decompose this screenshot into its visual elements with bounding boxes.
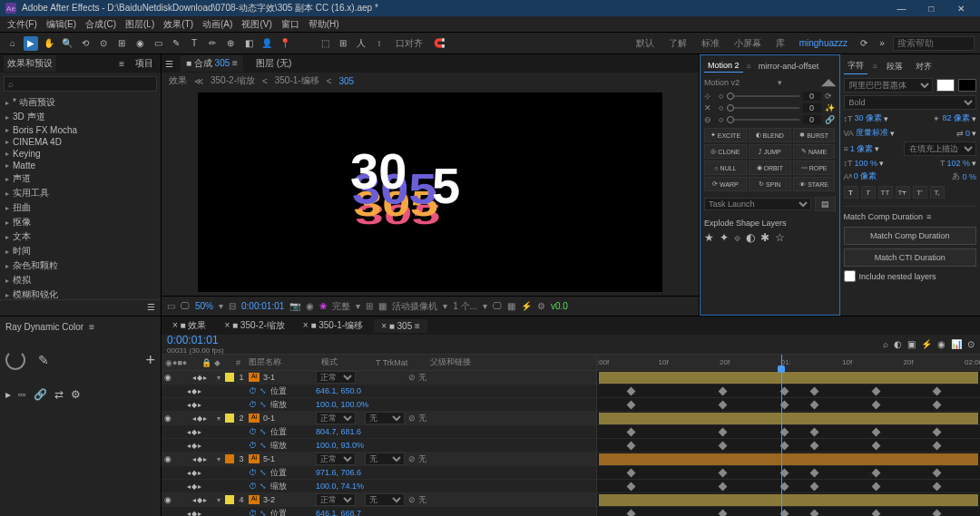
font-size-value[interactable]: 30 像素 bbox=[855, 112, 883, 124]
keyframe[interactable] bbox=[933, 482, 942, 492]
preset-item[interactable]: ▸抠像 bbox=[0, 215, 161, 229]
ease-icon[interactable]: ⤡ bbox=[260, 427, 267, 436]
tl-mb-icon[interactable]: ◉ bbox=[937, 339, 946, 349]
panel-options-icon[interactable]: ☰ bbox=[147, 302, 155, 314]
property-value[interactable]: 646.1, 650.0 bbox=[312, 386, 361, 395]
ease-icon[interactable]: ⤡ bbox=[260, 441, 267, 450]
next-kf[interactable]: ▸ bbox=[198, 401, 201, 409]
zoom-level[interactable]: 50% bbox=[195, 301, 213, 311]
preset-item[interactable]: ▸扭曲 bbox=[0, 200, 161, 215]
motion-btn-warp[interactable]: ⟳WARP bbox=[704, 177, 747, 191]
keyframe[interactable] bbox=[810, 387, 819, 396]
preset-item[interactable]: ▸模糊和锐化 bbox=[0, 287, 161, 299]
y-axis-icon[interactable]: ⊖ bbox=[704, 115, 715, 124]
twirl-icon[interactable]: ▾ bbox=[214, 455, 223, 463]
keyframe[interactable] bbox=[871, 482, 880, 492]
menu-help[interactable]: 帮助(H) bbox=[307, 18, 341, 31]
motion-btn-jump[interactable]: ⤴JUMP bbox=[749, 144, 791, 159]
explode-icon-3[interactable]: ⟐ bbox=[734, 231, 740, 244]
roto-tool[interactable]: 👤 bbox=[260, 36, 274, 51]
vc-gear-icon[interactable]: ⚙ bbox=[537, 301, 545, 311]
menu-window[interactable]: 窗口 bbox=[279, 18, 301, 31]
add-kf[interactable]: ◆ bbox=[191, 510, 197, 517]
visibility-toggle[interactable]: ◉ bbox=[162, 414, 174, 423]
blend-mode-select[interactable]: 正常 bbox=[316, 412, 356, 424]
twirl-icon[interactable]: ▾ bbox=[214, 414, 223, 423]
ray-settings-icon[interactable]: ⚙ bbox=[71, 388, 81, 401]
tl-graph-icon[interactable]: 📊 bbox=[951, 339, 962, 349]
property-value[interactable]: 971.6, 706.6 bbox=[312, 468, 361, 477]
tab-project[interactable]: 项目 bbox=[132, 55, 157, 72]
preset-item[interactable]: ▸* 动画预设 bbox=[0, 95, 161, 110]
nested-layers-checkbox[interactable] bbox=[844, 270, 856, 282]
add-kf[interactable]: ◆ bbox=[197, 414, 202, 423]
task-launch-select[interactable]: Task Launch bbox=[704, 198, 811, 210]
world-axis-icon[interactable]: ⊞ bbox=[336, 36, 350, 51]
task-launch-button[interactable]: ▤ bbox=[815, 197, 836, 211]
link-icon[interactable]: 🔗 bbox=[825, 115, 836, 124]
timeline-tab-1[interactable]: × ■ 350-2-缩放 bbox=[217, 317, 291, 334]
next-kf[interactable]: ▸ bbox=[198, 428, 201, 436]
visibility-toggle[interactable]: ◉ bbox=[162, 373, 174, 382]
view-axis-icon[interactable]: 人 bbox=[354, 36, 368, 51]
keyframe-track[interactable] bbox=[597, 425, 980, 439]
ease-icon[interactable]: ⤡ bbox=[260, 468, 267, 477]
add-kf[interactable]: ◆ bbox=[191, 442, 197, 450]
vscale-value[interactable]: 100 % bbox=[855, 159, 878, 168]
ray-color-wheel[interactable] bbox=[5, 350, 25, 370]
layer-row[interactable]: ◉◂◆▸▾3Ai5-1正常无⊘ 无 bbox=[162, 453, 596, 466]
explode-icon-6[interactable]: ☆ bbox=[775, 231, 785, 244]
camera-tool[interactable]: ⊞ bbox=[114, 36, 129, 51]
superscript-button[interactable]: T' bbox=[913, 186, 927, 199]
visibility-toggle[interactable]: ◉ bbox=[162, 495, 174, 504]
rotate-tool[interactable]: ⊙ bbox=[96, 36, 111, 51]
motion-btn-rope[interactable]: 〰ROPE bbox=[793, 161, 836, 175]
tl-filter-icon[interactable]: ◐ bbox=[894, 339, 902, 349]
vc-overlay-icon[interactable]: ▭ bbox=[167, 301, 175, 311]
add-kf[interactable]: ◆ bbox=[191, 387, 197, 395]
tl-search-icon[interactable]: ⌕ bbox=[883, 339, 888, 349]
parent-link-icon[interactable]: ⊘ 无 bbox=[405, 453, 450, 465]
keyframe[interactable] bbox=[810, 510, 819, 516]
layer-color[interactable] bbox=[225, 414, 234, 423]
align-icon[interactable]: ↕ bbox=[372, 36, 387, 51]
vc-res-icon[interactable]: ⊟ bbox=[229, 301, 236, 311]
next-kf[interactable]: ▸ bbox=[203, 496, 207, 504]
workspace-default[interactable]: 默认 bbox=[631, 37, 660, 50]
ray-swap-icon[interactable]: ⇄ bbox=[54, 388, 64, 401]
trkmat-select[interactable]: 无 bbox=[365, 493, 405, 506]
keyframe[interactable] bbox=[871, 442, 880, 451]
next-kf[interactable]: ▸ bbox=[198, 387, 201, 395]
keyframe-track[interactable] bbox=[597, 439, 980, 453]
clone-tool[interactable]: ⊕ bbox=[223, 36, 238, 51]
crumb-3[interactable]: 305 bbox=[336, 76, 358, 86]
bold-button[interactable]: T bbox=[844, 186, 858, 199]
panel-menu-icon[interactable]: ≡ bbox=[119, 59, 124, 69]
preset-item[interactable]: ▸实用工具 bbox=[0, 186, 161, 200]
kerning-value[interactable]: 度量标准 bbox=[856, 127, 888, 139]
explode-icon-2[interactable]: ✦ bbox=[720, 231, 729, 244]
keyframe[interactable] bbox=[719, 510, 728, 516]
keyframe[interactable] bbox=[933, 510, 942, 516]
keyframe[interactable] bbox=[871, 469, 880, 478]
snap-icon[interactable]: 🧲 bbox=[432, 36, 446, 51]
italic-button[interactable]: T bbox=[861, 186, 876, 199]
anchor-tool[interactable]: ◉ bbox=[132, 36, 147, 51]
font-family-select[interactable]: 阿里巴巴普惠体 bbox=[844, 78, 934, 92]
slider-3[interactable] bbox=[727, 119, 799, 121]
timeline-ruler[interactable]: :00f10f20f01:10f20f02:00 bbox=[597, 355, 980, 371]
help-search-input[interactable] bbox=[893, 36, 975, 51]
brush-tool[interactable]: ✏ bbox=[205, 36, 220, 51]
preset-item[interactable]: ▸文本 bbox=[0, 229, 161, 244]
ease-icon[interactable]: ⤡ bbox=[260, 386, 267, 395]
keyframe[interactable] bbox=[719, 428, 728, 437]
prev-kf[interactable]: ◂ bbox=[187, 442, 191, 450]
keyframe[interactable] bbox=[933, 469, 942, 478]
stopwatch-icon[interactable]: ⏱ bbox=[249, 441, 260, 450]
stopwatch-icon[interactable]: ⏱ bbox=[249, 509, 260, 516]
leading-value[interactable]: 82 像素 bbox=[942, 112, 970, 124]
tsume-value[interactable]: 0 % bbox=[962, 172, 976, 181]
keyframe[interactable] bbox=[719, 482, 728, 492]
ray-pencil-icon[interactable]: ✎ bbox=[38, 353, 49, 367]
next-kf[interactable]: ▸ bbox=[198, 510, 201, 517]
